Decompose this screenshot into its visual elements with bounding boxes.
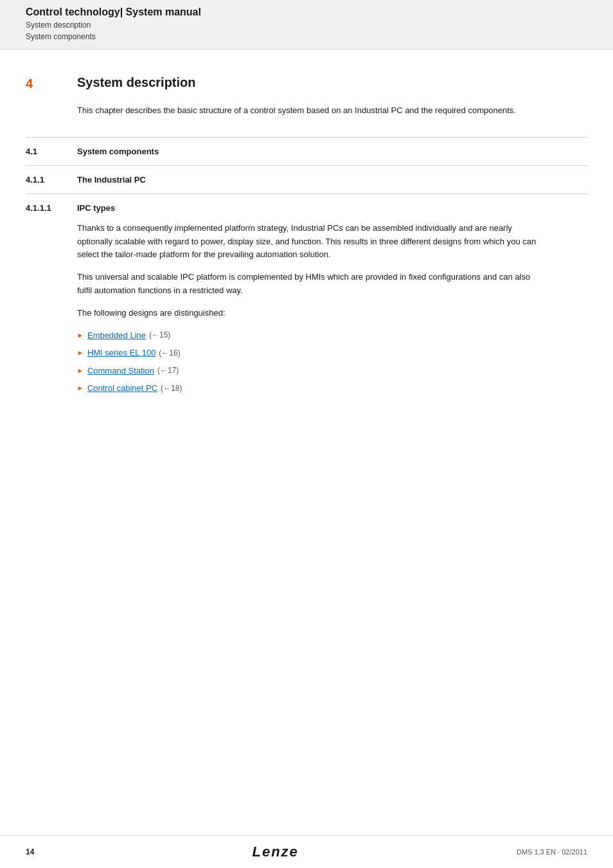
section-4-1-number: 4.1 [26,147,77,156]
section-4-1-1-row: 4.1.1 The Industrial PC [26,165,587,194]
breadcrumb-line2: System components [26,31,587,42]
bullet-arrow-3: ► [77,366,84,375]
section-4-title: System description [77,75,196,90]
section-4-1-title: System components [77,147,159,156]
command-station-link[interactable]: Command Station [87,365,154,377]
footer-doc-ref: DMS 1.3 EN · 02/2011 [517,848,587,856]
ipc-types-para2: This universal and scalable IPC platform… [77,271,540,298]
header-bar: Control technology| System manual System… [0,0,613,50]
section-4-1-1-1-row: 4.1.1.1 IPC types [26,194,587,222]
bullet-arrow-2: ► [77,348,84,357]
footer-logo: Lenze [252,844,298,860]
section-4-number: 4 [26,75,77,91]
footer-page-number: 14 [26,847,34,856]
list-item: ► Embedded Line (←15) [77,329,540,342]
ipc-types-para3: The following designs are distinguished: [77,307,540,320]
section-4-1-1-1-title: IPC types [77,203,115,213]
embedded-line-link[interactable]: Embedded Line [87,329,146,342]
command-station-ref: (←17) [157,365,179,376]
section-4-1-1-title: The Industrial PC [77,175,146,185]
control-cabinet-link[interactable]: Control cabinet PC [87,382,157,395]
hmi-series-ref: (←16) [159,347,180,359]
section-4-intro: This chapter describes the basic structu… [77,104,540,118]
list-item: ► Control cabinet PC (←18) [77,382,540,395]
breadcrumb-line1: System description [26,19,587,31]
bullet-arrow-1: ► [77,330,84,340]
list-item: ► Command Station (←17) [77,365,540,377]
ipc-types-para1: Thanks to a consequently implemented pla… [77,222,540,262]
bullet-arrow-4: ► [77,383,84,393]
footer: 14 Lenze DMS 1.3 EN · 02/2011 [0,835,613,868]
section-4-1-1-number: 4.1.1 [26,175,77,185]
embedded-line-ref: (←15) [149,329,170,341]
control-cabinet-ref: (←18) [161,383,182,394]
section-4-1-1-1-number: 4.1.1.1 [26,203,77,213]
main-content: 4 System description This chapter descri… [0,50,613,451]
section-4-header: 4 System description [26,69,587,91]
list-item: ► HMI series EL 100 (←16) [77,347,540,359]
header-title: Control technology| System manual [26,6,587,18]
ipc-types-list: ► Embedded Line (←15) ► HMI series EL 10… [77,329,540,395]
section-4-1-row: 4.1 System components [26,137,587,165]
ipc-types-body: Thanks to a consequently implemented pla… [77,222,540,395]
hmi-series-link[interactable]: HMI series EL 100 [87,347,155,359]
